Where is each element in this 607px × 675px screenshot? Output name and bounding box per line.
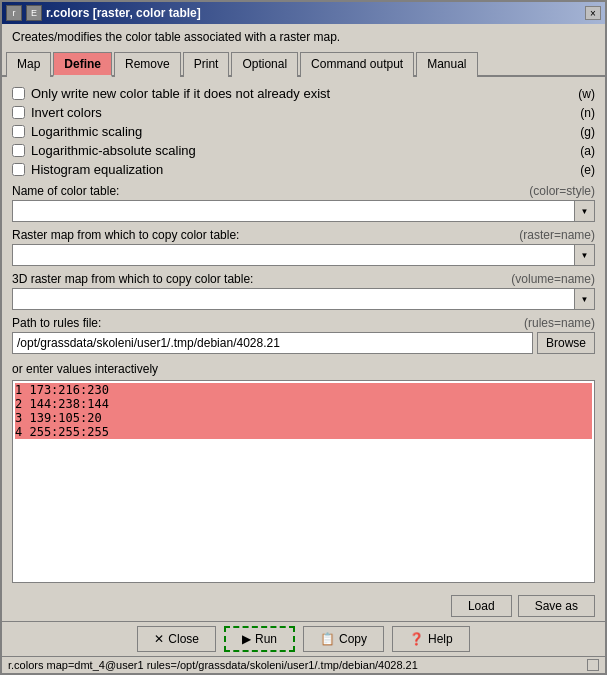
checkbox-row-write: Only write new color table if it does no… — [12, 85, 595, 102]
main-window: r E r.colors [raster, color table] × Cre… — [0, 0, 607, 675]
close-window-button[interactable]: × — [585, 6, 601, 20]
color-table-dropdown-arrow[interactable]: ▼ — [574, 201, 594, 221]
run-icon: ▶ — [242, 632, 251, 646]
app-icon-r: r — [6, 5, 22, 21]
title-bar-left: r E r.colors [raster, color table] — [6, 5, 201, 21]
path-input[interactable] — [12, 332, 533, 354]
tab-command-output[interactable]: Command output — [300, 52, 414, 77]
checkbox-invert-shortcut: (n) — [580, 106, 595, 120]
checkbox-write-shortcut: (w) — [578, 87, 595, 101]
interactive-line-2: 2 144:238:144 — [15, 397, 592, 411]
checkbox-log-abs-shortcut: (a) — [580, 144, 595, 158]
tab-print[interactable]: Print — [183, 52, 230, 77]
description-text: Creates/modifies the color table associa… — [2, 24, 605, 50]
tab-remove[interactable]: Remove — [114, 52, 181, 77]
tab-define[interactable]: Define — [53, 52, 112, 77]
raster-3d-dropdown-wrapper: ▼ — [12, 288, 595, 310]
raster-map-shortcut: (raster=name) — [519, 228, 595, 242]
close-button-label: Close — [168, 632, 199, 646]
run-button[interactable]: ▶ Run — [224, 626, 295, 652]
color-table-label: Name of color table: — [12, 184, 119, 198]
app-icon-e: E — [26, 5, 42, 21]
raster-map-field: Raster map from which to copy color tabl… — [12, 228, 595, 266]
checkbox-write-label: Only write new color table if it does no… — [31, 86, 330, 101]
help-button-label: Help — [428, 632, 453, 646]
raster-3d-input[interactable] — [13, 291, 574, 307]
load-button[interactable]: Load — [451, 595, 512, 617]
save-as-button[interactable]: Save as — [518, 595, 595, 617]
status-icon[interactable] — [587, 659, 599, 671]
path-shortcut: (rules=name) — [524, 316, 595, 330]
tab-bar: Map Define Remove Print Optional Command… — [2, 50, 605, 77]
path-field: Path to rules file: (rules=name) Browse — [12, 316, 595, 354]
status-bar: r.colors map=dmt_4@user1 rules=/opt/gras… — [2, 656, 605, 673]
checkbox-hist-shortcut: (e) — [580, 163, 595, 177]
checkbox-row-log-abs: Logarithmic-absolute scaling (a) — [12, 142, 595, 159]
raster-map-dropdown-arrow[interactable]: ▼ — [574, 245, 594, 265]
interactive-label: or enter values interactively — [12, 362, 595, 376]
checkbox-log-abs[interactable] — [12, 144, 25, 157]
raster-3d-field: 3D raster map from which to copy color t… — [12, 272, 595, 310]
copy-button-label: Copy — [339, 632, 367, 646]
interactive-line-4: 4 255:255:255 — [15, 425, 592, 439]
bottom-buttons: Load Save as — [2, 591, 605, 621]
interactive-textarea[interactable]: 1 173:216:230 2 144:238:144 3 139:105:20… — [12, 380, 595, 583]
content-area: Only write new color table if it does no… — [2, 77, 605, 591]
run-button-label: Run — [255, 632, 277, 646]
checkbox-log-label: Logarithmic scaling — [31, 124, 142, 139]
status-text: r.colors map=dmt_4@user1 rules=/opt/gras… — [8, 659, 418, 671]
color-table-input[interactable] — [13, 203, 574, 219]
tab-optional[interactable]: Optional — [231, 52, 298, 77]
raster-3d-shortcut: (volume=name) — [511, 272, 595, 286]
help-icon: ❓ — [409, 632, 424, 646]
checkbox-write[interactable] — [12, 87, 25, 100]
raster-map-input[interactable] — [13, 247, 574, 263]
color-table-shortcut: (color=style) — [529, 184, 595, 198]
checkbox-row-hist: Histogram equalization (e) — [12, 161, 595, 178]
close-button[interactable]: ✕ Close — [137, 626, 216, 652]
tab-map[interactable]: Map — [6, 52, 51, 77]
title-bar: r E r.colors [raster, color table] × — [2, 2, 605, 24]
checkbox-invert-label: Invert colors — [31, 105, 102, 120]
checkbox-log-abs-label: Logarithmic-absolute scaling — [31, 143, 196, 158]
raster-map-label: Raster map from which to copy color tabl… — [12, 228, 239, 242]
checkbox-row-invert: Invert colors (n) — [12, 104, 595, 121]
checkbox-row-log: Logarithmic scaling (g) — [12, 123, 595, 140]
checkbox-log[interactable] — [12, 125, 25, 138]
help-button[interactable]: ❓ Help — [392, 626, 470, 652]
path-label: Path to rules file: — [12, 316, 101, 330]
raster-3d-dropdown-arrow[interactable]: ▼ — [574, 289, 594, 309]
copy-button[interactable]: 📋 Copy — [303, 626, 384, 652]
copy-icon: 📋 — [320, 632, 335, 646]
browse-button[interactable]: Browse — [537, 332, 595, 354]
color-table-dropdown-wrapper: ▼ — [12, 200, 595, 222]
interactive-line-1: 1 173:216:230 — [15, 383, 592, 397]
checkbox-invert[interactable] — [12, 106, 25, 119]
interactive-line-3: 3 139:105:20 — [15, 411, 592, 425]
checkbox-log-shortcut: (g) — [580, 125, 595, 139]
raster-map-dropdown-wrapper: ▼ — [12, 244, 595, 266]
checkbox-hist[interactable] — [12, 163, 25, 176]
window-title: r.colors [raster, color table] — [46, 6, 201, 20]
checkbox-hist-label: Histogram equalization — [31, 162, 163, 177]
color-table-field: Name of color table: (color=style) ▼ — [12, 184, 595, 222]
action-buttons: ✕ Close ▶ Run 📋 Copy ❓ Help — [2, 621, 605, 656]
close-icon: ✕ — [154, 632, 164, 646]
tab-manual[interactable]: Manual — [416, 52, 477, 77]
raster-3d-label: 3D raster map from which to copy color t… — [12, 272, 253, 286]
